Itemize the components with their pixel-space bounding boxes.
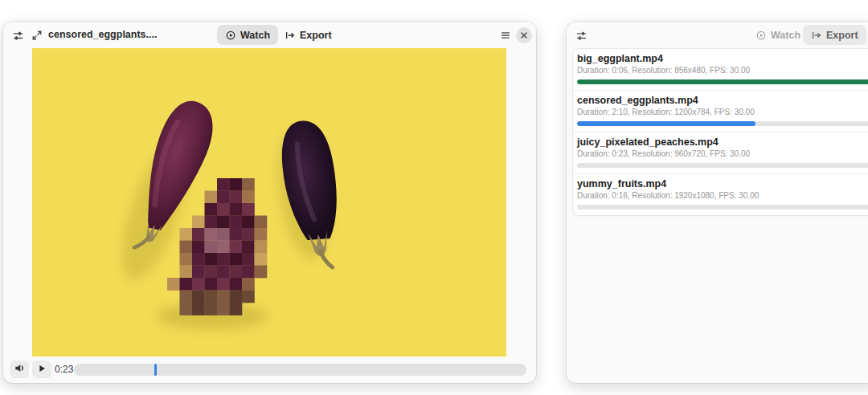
export-label: Export: [300, 30, 332, 41]
progress-fill: [577, 79, 868, 84]
file-name: juicy_pixelated_peaches.mp4: [577, 136, 868, 149]
file-name: yummy_fruits.mp4: [577, 178, 868, 190]
player-titlebar: censored_eggplants.... Watch Export: [3, 22, 536, 48]
queue-window: Watch Export big_eggplant.mp4 Duration: …: [567, 22, 868, 383]
close-icon: [520, 30, 528, 42]
progress-bar: [577, 205, 868, 210]
volume-button[interactable]: [10, 360, 29, 378]
close-button[interactable]: [516, 27, 532, 43]
watch-button-disabled[interactable]: Watch: [747, 25, 809, 45]
export-label: Export: [826, 30, 858, 41]
progress-fill: [577, 121, 755, 126]
export-button[interactable]: Export: [803, 25, 866, 45]
watch-label: Watch: [240, 30, 270, 41]
progress-bar: [577, 121, 868, 126]
menu-button[interactable]: [496, 26, 515, 45]
file-details: Duration: 0:23, Resolution: 960x720, FPS…: [577, 149, 868, 159]
file-details: Duration: 0:16, Resolution: 1920x1080, F…: [577, 191, 868, 201]
video-file-item[interactable]: juicy_pixelated_peaches.mp4 Duration: 0:…: [573, 132, 868, 173]
player-window: censored_eggplants.... Watch Export: [3, 22, 536, 383]
speaker-icon: [14, 362, 26, 377]
file-name: censored_eggplants.mp4: [577, 95, 868, 107]
sliders-icon: [12, 30, 24, 42]
seek-bar[interactable]: [74, 364, 526, 376]
file-details: Duration: 2:10, Resolution: 1200x784, FP…: [577, 108, 868, 117]
watch-button[interactable]: Watch: [217, 25, 278, 45]
progress-bar: [577, 79, 868, 84]
export-button[interactable]: Export: [276, 25, 340, 45]
export-icon: [811, 30, 822, 41]
progress-bar: [577, 163, 868, 168]
hamburger-icon: [500, 30, 511, 41]
expand-icon: [31, 30, 43, 41]
queue-toggle-button[interactable]: [571, 26, 591, 45]
video-file-item[interactable]: big_eggplant.mp4 Duration: 0:06, Resolut…: [573, 49, 868, 90]
play-button[interactable]: [32, 360, 51, 378]
video-file-item[interactable]: yummy_fruits.mp4 Duration: 0:16, Resolut…: [573, 173, 868, 215]
watch-label: Watch: [771, 30, 800, 41]
export-icon: [285, 30, 296, 41]
seek-playhead[interactable]: [154, 364, 157, 376]
file-name: big_eggplant.mp4: [577, 53, 868, 65]
window-title: censored_eggplants....: [48, 22, 157, 48]
playback-controls: 0:23: [3, 356, 536, 383]
watch-play-icon: [225, 30, 236, 41]
file-details: Duration: 0:06, Resolution: 856x480, FPS…: [577, 66, 868, 75]
sliders-icon: [575, 30, 588, 42]
fullscreen-button[interactable]: [27, 26, 47, 45]
video-canvas: [32, 48, 506, 356]
play-icon: [36, 363, 47, 377]
file-list: big_eggplant.mp4 Duration: 0:06, Resolut…: [573, 49, 868, 215]
video-file-item[interactable]: censored_eggplants.mp4 Duration: 2:10, R…: [573, 90, 868, 132]
watch-play-icon: [755, 30, 767, 41]
queue-toggle-button[interactable]: [8, 26, 27, 45]
queue-titlebar: Watch Export: [567, 22, 868, 48]
current-time: 0:23: [55, 356, 73, 383]
desktop: censored_eggplants.... Watch Export: [0, 0, 868, 395]
video-frame-art: [32, 48, 506, 356]
